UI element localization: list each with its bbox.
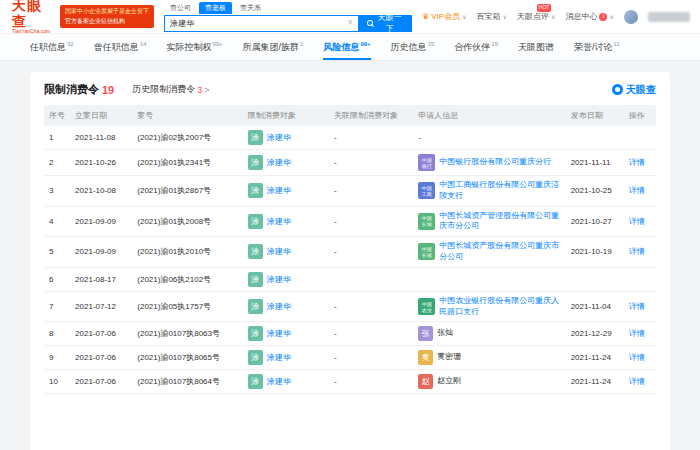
cell-publish-date xyxy=(566,267,624,291)
search-input[interactable]: 涂建华 × xyxy=(164,15,359,32)
person-avatar: 张 xyxy=(418,326,433,341)
detail-link[interactable]: 详情 xyxy=(629,186,645,195)
tab-天眼图谱[interactable]: 天眼图谱 xyxy=(518,34,554,60)
applicant-company-link[interactable]: 中国长城资产股份有限公司重庆市分公司 xyxy=(439,241,560,263)
history-restriction-link[interactable]: 历史限制消费令 3 > xyxy=(132,83,209,96)
restriction-table: 序号立案日期案号限制消费对象关联限制消费对象申请人信息发布日期操作 12021-… xyxy=(44,105,656,394)
table-row: 62021-08-17(2021)渝06执2102号涂涂建华 xyxy=(44,267,656,291)
cell-related-target: - xyxy=(329,346,413,370)
target-wrap: 涂涂建华 xyxy=(248,183,324,198)
cell-action xyxy=(624,267,656,291)
table-row: 12021-11-08(2021)渝02执2007号涂涂建华-- xyxy=(44,126,656,150)
search-row: 涂建华 × 天眼一下 xyxy=(164,15,412,32)
applicant-company-link[interactable]: 中国农业银行股份有限公司重庆人民路口支行 xyxy=(439,296,560,318)
target-person-link[interactable]: 涂建华 xyxy=(267,185,291,196)
chevron-down-icon: ∨ xyxy=(503,13,507,20)
history-count: 3 xyxy=(197,85,202,95)
company-logo: 中国农业 xyxy=(418,298,435,315)
tab-count: 99+ xyxy=(360,41,370,47)
detail-link[interactable]: 详情 xyxy=(629,329,645,338)
detail-link[interactable]: 详情 xyxy=(629,353,645,362)
person-avatar: 赵 xyxy=(418,374,433,389)
detail-link[interactable]: 详情 xyxy=(629,217,645,226)
table-header-row: 序号立案日期案号限制消费对象关联限制消费对象申请人信息发布日期操作 xyxy=(44,105,656,126)
user-avatar[interactable] xyxy=(624,10,638,24)
tab-count: 99+ xyxy=(212,41,222,47)
column-header: 序号 xyxy=(44,105,70,126)
target-person-link[interactable]: 涂建华 xyxy=(267,157,291,168)
watermark-text: 天眼查 xyxy=(626,83,656,97)
detail-link[interactable]: 详情 xyxy=(629,247,645,256)
tab-曾任职信息[interactable]: 曾任职信息14 xyxy=(94,34,147,60)
target-person-link[interactable]: 涂建华 xyxy=(267,376,291,387)
target-person-link[interactable]: 涂建华 xyxy=(267,274,291,285)
nav-item[interactable]: 天眼点评∨HOT xyxy=(517,11,555,22)
target-wrap: 涂涂建华 xyxy=(248,244,324,259)
restriction-card: 限制消费令 19 历史限制消费令 3 > 天眼查 序号立案日期案号限制消费对象关… xyxy=(30,72,670,450)
cell-applicant: 中国工商中国工商银行股份有限公司重庆涪陵支行 xyxy=(413,176,565,207)
cell-action: 详情 xyxy=(624,322,656,346)
search-tab[interactable]: 查关系 xyxy=(234,2,267,14)
cell-applicant: 张张灿 xyxy=(413,322,565,346)
search-tab[interactable]: 查老板 xyxy=(199,2,232,14)
clear-icon[interactable]: × xyxy=(347,18,353,28)
table-row: 42021-09-09(2021)渝01执2008号涂涂建华-中国长城中国长城资… xyxy=(44,206,656,237)
cell-applicant: 赵赵立刚 xyxy=(413,370,565,394)
logo-line: 工商 xyxy=(422,191,432,197)
detail-link[interactable]: 详情 xyxy=(629,302,645,311)
nav-item-label: 消息中心 xyxy=(565,11,597,22)
applicant-company-link[interactable]: 中国工商银行股份有限公司重庆涪陵支行 xyxy=(439,180,560,202)
search-tab[interactable]: 查公司 xyxy=(164,2,197,14)
search-area: 查公司查老板查关系 涂建华 × 天眼一下 xyxy=(164,2,412,32)
target-person-link[interactable]: 涂建华 xyxy=(267,301,291,312)
cell-action: 详情 xyxy=(624,291,656,322)
tab-label: 风险信息 xyxy=(323,41,359,54)
target-person-link[interactable]: 涂建华 xyxy=(267,216,291,227)
tab-所属集团/族群[interactable]: 所属集团/族群1 xyxy=(243,34,304,60)
tianyancha-logo[interactable]: 天眼查 TianYanCha.com xyxy=(12,0,50,35)
tab-合作伙伴[interactable]: 合作伙伴19 xyxy=(454,34,498,60)
target-person-link[interactable]: 涂建华 xyxy=(267,352,291,363)
section-title: 限制消费令 xyxy=(44,82,99,97)
person-avatar: 涂 xyxy=(248,326,263,341)
nav-item[interactable]: 百宝箱∨ xyxy=(477,11,507,22)
detail-link[interactable]: 详情 xyxy=(629,158,645,167)
cell-filing-date: 2021-10-08 xyxy=(70,176,132,207)
cell-applicant: 黄黄密珊 xyxy=(413,346,565,370)
tab-实际控制权[interactable]: 实际控制权99+ xyxy=(166,34,222,60)
person-avatar: 黄 xyxy=(418,350,433,365)
cell-index: 2 xyxy=(44,150,70,176)
search-button[interactable]: 天眼一下 xyxy=(359,15,412,32)
column-header: 立案日期 xyxy=(70,105,132,126)
tab-任职信息[interactable]: 任职信息32 xyxy=(30,34,74,60)
cell-case-number: (2021)渝01执2008号 xyxy=(132,206,242,237)
nav-item[interactable]: 消息中心1∨ xyxy=(565,11,613,22)
applicant-person-name: 赵立刚 xyxy=(437,376,461,387)
target-person-link[interactable]: 涂建华 xyxy=(267,246,291,257)
detail-link[interactable]: 详情 xyxy=(629,377,645,386)
cell-target: 涂涂建华 xyxy=(243,267,329,291)
cell-filing-date: 2021-08-17 xyxy=(70,267,132,291)
chevron-down-icon: ∨ xyxy=(609,13,613,20)
target-person-link[interactable]: 涂建华 xyxy=(267,132,291,143)
tab-label: 曾任职信息 xyxy=(94,41,139,54)
cell-index: 5 xyxy=(44,237,70,268)
applicant-company-link[interactable]: 中国长城资产管理股份有限公司重庆市分公司 xyxy=(439,211,560,233)
cell-index: 1 xyxy=(44,126,70,150)
tab-历史信息[interactable]: 历史信息35 xyxy=(391,34,435,60)
target-person-link[interactable]: 涂建华 xyxy=(267,328,291,339)
user-name-blurred[interactable] xyxy=(648,12,690,22)
cell-target: 涂涂建华 xyxy=(243,206,329,237)
cell-publish-date xyxy=(566,126,624,150)
applicant-company-link[interactable]: 中国银行股份有限公司重庆分行 xyxy=(439,157,551,168)
tab-风险信息[interactable]: 风险信息99+ xyxy=(323,34,370,60)
cell-filing-date: 2021-07-06 xyxy=(70,370,132,394)
cell-index: 4 xyxy=(44,206,70,237)
tab-荣誉/讨论[interactable]: 荣誉/讨论11 xyxy=(574,34,620,60)
table-row: 32021-10-08(2021)渝01执2867号涂涂建华-中国工商中国工商银… xyxy=(44,176,656,207)
cell-case-number: (2021)渝05执1757号 xyxy=(132,291,242,322)
tab-label: 合作伙伴 xyxy=(454,41,490,54)
cell-applicant: 中国长城中国长城资产管理股份有限公司重庆市分公司 xyxy=(413,206,565,237)
person-avatar: 涂 xyxy=(248,374,263,389)
nav-item[interactable]: ♛VIP会员∨ xyxy=(422,11,466,22)
